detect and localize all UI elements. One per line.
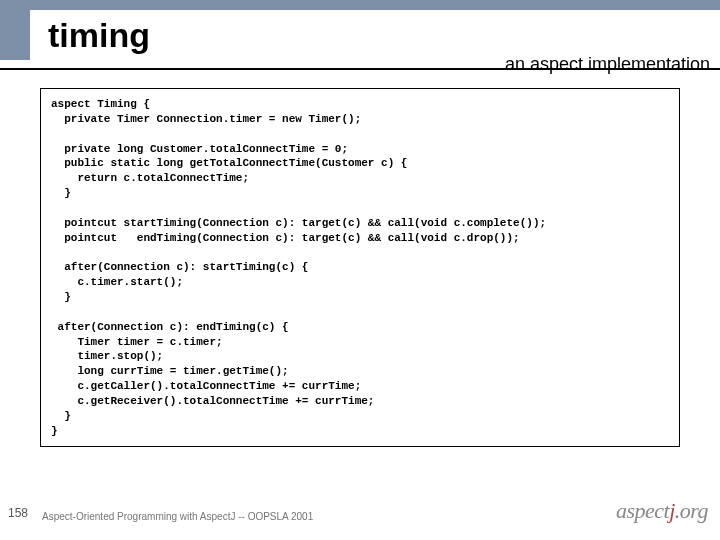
page-number: 158 <box>8 506 28 520</box>
header-accent-bar <box>0 0 720 10</box>
slide-footer: 158 Aspect-Oriented Programming with Asp… <box>0 500 720 530</box>
code-block: aspect Timing { private Timer Connection… <box>40 88 680 447</box>
header-main-row: timing <box>0 10 720 60</box>
aspectj-logo: aspectj.org <box>616 498 708 524</box>
slide-subtitle: an aspect implementation <box>505 54 710 75</box>
slide-header: timing an aspect implementation <box>0 0 720 70</box>
logo-aspect-text: aspect <box>616 498 669 523</box>
header-accent-block <box>0 10 30 60</box>
footer-text: Aspect-Oriented Programming with AspectJ… <box>42 511 313 522</box>
logo-org-text: .org <box>675 498 708 523</box>
slide-title: timing <box>30 16 150 55</box>
